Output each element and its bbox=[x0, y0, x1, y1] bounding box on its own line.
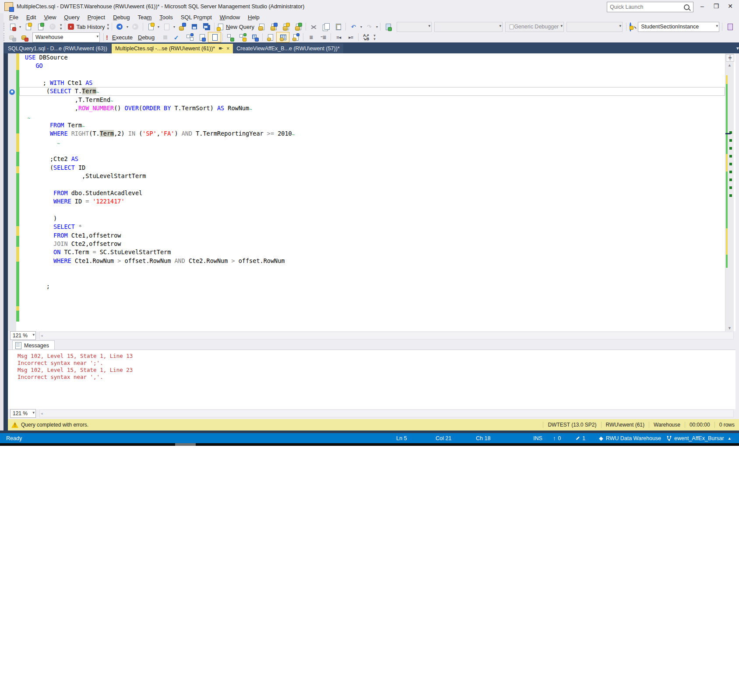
scroll-down-icon[interactable]: ▼ bbox=[725, 326, 734, 330]
format-sql-button[interactable]: A↗↘B bbox=[360, 32, 372, 42]
code-line[interactable]: FROM Term~ bbox=[19, 121, 725, 130]
debug-button[interactable]: Debug bbox=[137, 32, 155, 42]
restore-button[interactable]: ❐ bbox=[709, 0, 723, 12]
column-indicator[interactable]: Col 21 bbox=[436, 433, 451, 443]
code-line[interactable] bbox=[19, 147, 725, 155]
save-button[interactable] bbox=[188, 22, 201, 32]
code-line[interactable]: USE DBSource bbox=[19, 53, 725, 62]
close-tab-icon[interactable]: × bbox=[226, 46, 229, 52]
results-to-text-button[interactable] bbox=[264, 32, 276, 42]
code-line[interactable]: ; bbox=[19, 282, 725, 290]
dropdown-caret-icon[interactable]: ▾ bbox=[18, 22, 22, 32]
paste-button[interactable] bbox=[332, 22, 344, 32]
uploads-indicator[interactable]: ↑ 0 bbox=[553, 433, 561, 443]
toolbar-overflow-icon[interactable]: ▾▾ bbox=[107, 23, 109, 30]
comment-button[interactable]: ≣ bbox=[305, 32, 317, 42]
new-file-button[interactable] bbox=[144, 22, 157, 32]
save-all-button[interactable] bbox=[201, 22, 213, 32]
navigate-back-button[interactable]: ◀ bbox=[113, 22, 126, 32]
code-line[interactable]: ON TC.Term = SC.StuLevelStartTerm bbox=[19, 248, 725, 256]
editor-horizontal-scrollbar[interactable]: ◂ bbox=[39, 332, 734, 340]
connect-button[interactable] bbox=[6, 32, 18, 42]
new-query-button[interactable]: New Query bbox=[216, 22, 255, 32]
dmx-query-button[interactable] bbox=[267, 22, 280, 32]
add-item-button[interactable] bbox=[22, 22, 34, 32]
toolbar-overflow-icon[interactable]: ▾▾ bbox=[60, 23, 62, 30]
menu-help[interactable]: Help bbox=[244, 14, 264, 21]
tab-multiplectes[interactable]: MultipleCtes.sql -...se (RWU\ewent (61))… bbox=[112, 44, 233, 53]
code-line[interactable] bbox=[19, 206, 725, 214]
close-button[interactable]: ✕ bbox=[723, 0, 737, 12]
source-control-server[interactable]: ◆ RWU Data Warehouse bbox=[599, 433, 661, 443]
tab-sqlquery1[interactable]: SQLQuery1.sql - D...e (RWU\ewent (63)) bbox=[4, 44, 111, 53]
code-line[interactable]: FROM dbo.StudentAcadlevel bbox=[19, 189, 725, 197]
messages-body[interactable]: Msg 102, Level 15, State 1, Line 13 Inco… bbox=[8, 350, 735, 412]
tab-history-button[interactable]: ◖ Tab History bbox=[67, 22, 106, 32]
quick-launch-box[interactable] bbox=[607, 2, 693, 12]
editor-zoom-combo[interactable]: 121 %▾ bbox=[10, 331, 36, 340]
undo-button[interactable]: ↶ bbox=[347, 22, 359, 32]
increase-indent-button[interactable]: ▸≡ bbox=[345, 32, 357, 42]
code-line[interactable]: ; WITH Cte1 AS bbox=[19, 79, 725, 87]
minimize-button[interactable]: – bbox=[695, 0, 709, 12]
char-indicator[interactable]: Ch 18 bbox=[476, 433, 490, 443]
code-line[interactable]: WHERE Cte1.RowNum > offset.RowNum AND Ct… bbox=[19, 257, 725, 265]
code-line[interactable]: ~ bbox=[19, 138, 725, 147]
code-line[interactable]: SELECT * bbox=[19, 223, 725, 231]
code-line[interactable]: ;Cte2 AS bbox=[19, 155, 725, 163]
menu-view[interactable]: View bbox=[40, 14, 60, 21]
dropdown-caret-icon[interactable]: ▾ bbox=[359, 22, 363, 32]
client-stats-button[interactable] bbox=[249, 32, 261, 42]
results-to-grid-button[interactable] bbox=[276, 32, 289, 42]
decrease-indent-button[interactable]: ≡◂ bbox=[332, 32, 345, 42]
dropdown-caret-icon[interactable]: ▾ bbox=[375, 22, 379, 32]
menu-tools[interactable]: Tools bbox=[155, 14, 176, 21]
quick-launch-input[interactable] bbox=[607, 4, 684, 10]
pin-icon[interactable] bbox=[218, 46, 223, 51]
code-line[interactable]: ,ROW_NUMBER() OVER(ORDER BY T.TermSort) … bbox=[19, 104, 725, 112]
export-image-button[interactable] bbox=[382, 22, 394, 32]
options-button[interactable] bbox=[736, 22, 739, 32]
cut-button[interactable] bbox=[307, 22, 320, 32]
menu-file[interactable]: File bbox=[5, 14, 22, 21]
menu-project[interactable]: Project bbox=[84, 14, 109, 21]
redo-button[interactable]: ↷ bbox=[363, 22, 375, 32]
toolbar-overflow-icon[interactable]: ▾▾ bbox=[373, 34, 376, 41]
query-options-button[interactable] bbox=[196, 32, 208, 42]
dropdown-caret-icon[interactable]: ▾ bbox=[172, 22, 176, 32]
code-line[interactable]: (SELECT ID bbox=[19, 164, 725, 172]
database-combo[interactable]: Warehouse ▾ bbox=[32, 32, 100, 42]
xmla-query-button[interactable] bbox=[280, 22, 292, 32]
edits-indicator[interactable]: 1 bbox=[576, 433, 585, 443]
code-line[interactable]: FROM Cte1,offsetrow bbox=[19, 231, 725, 240]
empty-combo-1[interactable]: ▾ bbox=[397, 22, 432, 32]
copy-button[interactable] bbox=[320, 22, 332, 32]
menu-window[interactable]: Window bbox=[216, 14, 244, 21]
empty-combo-2[interactable]: ▾ bbox=[434, 22, 503, 32]
parse-button[interactable]: ✓ bbox=[171, 32, 183, 42]
code-line[interactable] bbox=[19, 273, 725, 282]
code-line[interactable] bbox=[19, 180, 725, 189]
mdx-query-button[interactable] bbox=[255, 22, 267, 32]
code-line[interactable]: ~ bbox=[19, 113, 725, 121]
ide-button[interactable] bbox=[724, 22, 736, 32]
code-line[interactable]: WHERE ID = '1221417' bbox=[19, 197, 725, 206]
uncomment-button[interactable]: ⁼≣ bbox=[317, 32, 329, 42]
results-to-file-button[interactable] bbox=[289, 32, 302, 42]
glyph-margin[interactable] bbox=[8, 53, 16, 331]
intellisense-button[interactable] bbox=[208, 32, 221, 42]
open-file-button[interactable] bbox=[160, 22, 172, 32]
dropdown-caret-icon[interactable]: ▾ bbox=[126, 22, 129, 32]
stop-button[interactable] bbox=[159, 32, 171, 42]
active-files-dropdown-icon[interactable]: ▼ bbox=[735, 46, 739, 51]
editor-vertical-scrollbar[interactable]: ╪ ▲ ▼ bbox=[725, 53, 734, 331]
messages-zoom-combo[interactable]: 121 %▾ bbox=[10, 409, 36, 418]
change-connection-button[interactable] bbox=[18, 32, 31, 42]
code-analysis-marker-icon[interactable] bbox=[9, 89, 15, 95]
code-line[interactable]: WHERE RIGHT(T.Term,2) IN ('SP','FA') AND… bbox=[19, 130, 725, 138]
line-indicator[interactable]: Ln 5 bbox=[396, 433, 407, 443]
splitter-handle-icon[interactable]: ╪ bbox=[726, 54, 734, 62]
insert-mode-indicator[interactable]: INS bbox=[533, 433, 542, 443]
messages-tab[interactable]: Messages bbox=[12, 340, 55, 350]
execute-button[interactable]: ! Execute bbox=[105, 32, 134, 42]
